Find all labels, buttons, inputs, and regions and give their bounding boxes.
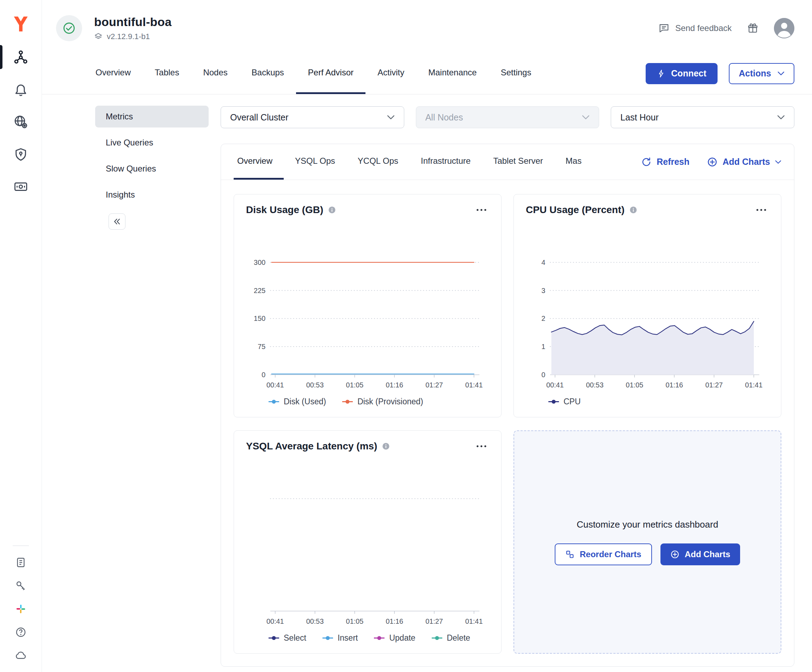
reorder-charts-button[interactable]: Reorder Charts bbox=[555, 543, 652, 565]
subnav-item-live-queries[interactable]: Live Queries bbox=[95, 132, 209, 153]
metrics-tab-infrastructure[interactable]: Infrastructure bbox=[409, 144, 482, 180]
send-feedback-button[interactable]: Send feedback bbox=[658, 22, 732, 34]
metrics-panel-tabs-row: OverviewYSQL OpsYCQL OpsInfrastructureTa… bbox=[221, 144, 794, 180]
svg-text:01:41: 01:41 bbox=[745, 381, 763, 389]
refresh-label: Refresh bbox=[657, 157, 689, 167]
tab-nodes[interactable]: Nodes bbox=[191, 53, 239, 94]
legend-marker-icon bbox=[322, 636, 333, 640]
add-charts-button[interactable]: Add Charts bbox=[660, 543, 740, 565]
chart-title: Disk Usage (GB) bbox=[246, 204, 323, 216]
layers-icon bbox=[94, 32, 102, 41]
svg-text:225: 225 bbox=[254, 287, 265, 294]
refresh-icon bbox=[641, 157, 652, 167]
metrics-tab-tablet-server[interactable]: Tablet Server bbox=[482, 144, 554, 180]
metrics-tab-mas[interactable]: Mas bbox=[554, 144, 593, 180]
svg-text:2: 2 bbox=[541, 315, 545, 323]
chart-menu-button[interactable] bbox=[474, 442, 489, 450]
chart-card-header: Disk Usage (GB) bbox=[246, 204, 489, 216]
legend-label: Disk (Provisioned) bbox=[357, 397, 423, 407]
tab-perf-advisor[interactable]: Perf Advisor bbox=[296, 53, 365, 94]
actions-label: Actions bbox=[739, 68, 771, 78]
primary-tabbar: OverviewTablesNodesBackupsPerf AdvisorAc… bbox=[42, 53, 812, 94]
legend-label: Disk (Used) bbox=[284, 397, 326, 407]
tab-activity[interactable]: Activity bbox=[365, 53, 416, 94]
legend-item[interactable]: Disk (Provisioned) bbox=[342, 397, 423, 407]
add-charts-menu-button[interactable]: Add Charts bbox=[707, 157, 781, 167]
perf-advisor-subnav: MetricsLive QueriesSlow QueriesInsights bbox=[42, 94, 221, 672]
legend-item[interactable]: Update bbox=[374, 633, 415, 643]
connect-button[interactable]: Connect bbox=[646, 63, 718, 84]
svg-text:01:05: 01:05 bbox=[346, 618, 364, 626]
send-feedback-label: Send feedback bbox=[675, 23, 732, 33]
plus-circle-icon bbox=[670, 550, 679, 559]
legend-item[interactable]: Delete bbox=[432, 633, 470, 643]
question-icon[interactable] bbox=[0, 621, 42, 644]
svg-text:75: 75 bbox=[258, 343, 265, 350]
tab-settings[interactable]: Settings bbox=[489, 53, 543, 94]
metrics-tab-overview[interactable]: Overview bbox=[234, 144, 284, 180]
time-range-select[interactable]: Last Hour bbox=[611, 106, 794, 128]
actions-button[interactable]: Actions bbox=[729, 63, 794, 84]
time-range-value: Last Hour bbox=[620, 112, 658, 122]
subnav-item-insights[interactable]: Insights bbox=[95, 184, 209, 206]
key-icon[interactable] bbox=[0, 574, 42, 597]
legend-item[interactable]: CPU bbox=[548, 397, 581, 407]
document-icon[interactable] bbox=[0, 551, 42, 574]
bell-icon[interactable] bbox=[0, 73, 42, 105]
connect-label: Connect bbox=[671, 68, 706, 78]
chart-legend: Disk (Used)Disk (Provisioned) bbox=[269, 397, 489, 407]
subnav-item-metrics[interactable]: Metrics bbox=[95, 105, 209, 128]
app-header: bountiful-boa v2.12.9.1-b1 Send feedback bbox=[42, 0, 812, 53]
panel-actions: Refresh Add Charts bbox=[641, 144, 781, 180]
info-icon[interactable] bbox=[328, 206, 336, 214]
svg-text:0: 0 bbox=[261, 371, 265, 379]
cloud-icon[interactable] bbox=[0, 644, 42, 667]
globe-gear-icon[interactable] bbox=[0, 105, 42, 138]
svg-text:01:05: 01:05 bbox=[346, 381, 364, 389]
avatar[interactable] bbox=[774, 18, 794, 38]
metrics-panel: OverviewYSQL OpsYCQL OpsInfrastructureTa… bbox=[221, 144, 794, 667]
metrics-tab-list: OverviewYSQL OpsYCQL OpsInfrastructureTa… bbox=[234, 144, 593, 180]
chart-menu-button[interactable] bbox=[754, 206, 769, 214]
metrics-tab-ycql-ops[interactable]: YCQL Ops bbox=[346, 144, 409, 180]
legend-marker-icon bbox=[342, 400, 353, 404]
network-icon[interactable] bbox=[0, 41, 42, 73]
legend-item[interactable]: Disk (Used) bbox=[269, 397, 326, 407]
main-area: bountiful-boa v2.12.9.1-b1 Send feedback bbox=[42, 0, 812, 672]
svg-text:4: 4 bbox=[541, 259, 545, 266]
add-charts-label: Add Charts bbox=[722, 157, 770, 167]
shield-lock-icon[interactable] bbox=[0, 138, 42, 170]
tab-backups[interactable]: Backups bbox=[240, 53, 296, 94]
tab-overview[interactable]: Overview bbox=[84, 53, 143, 94]
svg-text:01:27: 01:27 bbox=[705, 381, 723, 389]
yugabyte-logo-icon[interactable] bbox=[0, 7, 42, 41]
metrics-content: Overall Cluster All Nodes Last Hour Over bbox=[221, 94, 812, 672]
tab-maintenance[interactable]: Maintenance bbox=[416, 53, 488, 94]
legend-label: Insert bbox=[338, 633, 358, 643]
ysql-latency-chart: 00:4100:5301:0501:1601:2701:41 bbox=[246, 490, 489, 632]
refresh-button[interactable]: Refresh bbox=[641, 157, 689, 167]
banknote-icon[interactable] bbox=[0, 170, 42, 203]
metrics-tab-ysql-ops[interactable]: YSQL Ops bbox=[284, 144, 346, 180]
chart-menu-button[interactable] bbox=[474, 206, 489, 214]
left-icon-rail bbox=[0, 0, 42, 672]
subnav-item-slow-queries[interactable]: Slow Queries bbox=[95, 158, 209, 180]
svg-text:01:27: 01:27 bbox=[425, 381, 443, 389]
tab-tables[interactable]: Tables bbox=[143, 53, 191, 94]
legend-item[interactable]: Select bbox=[269, 633, 306, 643]
cluster-titles: bountiful-boa v2.12.9.1-b1 bbox=[94, 15, 172, 41]
info-icon[interactable] bbox=[382, 442, 390, 450]
cluster-scope-select[interactable]: Overall Cluster bbox=[221, 106, 404, 128]
slack-icon[interactable] bbox=[0, 597, 42, 621]
chevron-down-icon bbox=[777, 115, 785, 120]
cluster-scope-value: Overall Cluster bbox=[230, 112, 288, 122]
svg-text:1: 1 bbox=[541, 343, 545, 350]
info-icon[interactable] bbox=[629, 206, 637, 214]
svg-text:01:16: 01:16 bbox=[386, 381, 403, 389]
svg-text:01:41: 01:41 bbox=[465, 618, 483, 626]
collapse-sidebar-button[interactable] bbox=[109, 213, 125, 230]
gift-icon[interactable] bbox=[747, 22, 758, 34]
legend-marker-icon bbox=[269, 400, 279, 404]
legend-item[interactable]: Insert bbox=[322, 633, 358, 643]
nodes-value: All Nodes bbox=[425, 112, 463, 122]
